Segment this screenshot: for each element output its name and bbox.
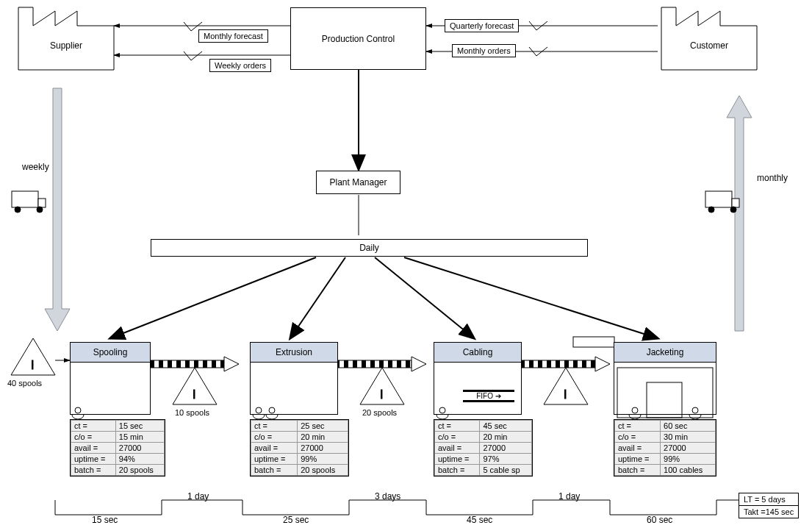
lt1: 1 day	[187, 491, 209, 502]
svg-rect-18	[338, 360, 412, 368]
svg-marker-21	[595, 357, 610, 371]
customer-label: Customer	[658, 40, 761, 51]
plant-manager-box: Plant Manager	[316, 171, 400, 194]
production-control-box: Production Control	[290, 7, 426, 70]
svg-marker-17	[224, 357, 239, 371]
production-control-label: Production Control	[322, 34, 395, 44]
summary-takt: Takt =145 sec	[739, 506, 798, 518]
svg-rect-32	[12, 191, 38, 207]
data-extrusion: ct =25 sec c/o =20 min avail =27000 upti…	[250, 419, 349, 477]
svg-line-10	[375, 257, 474, 338]
svg-point-38	[708, 207, 714, 213]
svg-rect-31	[573, 337, 614, 347]
plant-manager-label: Plant Manager	[329, 177, 387, 188]
data-spooling: ct =15 sec c/o =15 min avail =27000 upti…	[70, 419, 165, 477]
ct1: 15 sec	[92, 515, 118, 525]
monthly-forecast-label: Monthly forecast	[198, 29, 268, 43]
process-jacketing: Jacketing	[614, 342, 716, 415]
svg-text:I: I	[193, 388, 195, 401]
process-spooling: Spooling	[70, 342, 151, 415]
monthly-orders-label: Monthly orders	[452, 44, 516, 57]
inv-post-extrusion: 20 spools	[362, 408, 397, 417]
ct2: 25 sec	[283, 515, 309, 525]
ct3: 45 sec	[467, 515, 492, 525]
svg-rect-20	[522, 360, 595, 368]
process-jacketing-title: Jacketing	[614, 343, 716, 363]
svg-marker-19	[412, 357, 426, 371]
svg-point-34	[15, 207, 21, 213]
process-extrusion: Extrusion	[250, 342, 338, 415]
data-cabling: ct =45 sec c/o =20 min avail =27000 upti…	[434, 419, 533, 477]
process-spooling-title: Spooling	[71, 343, 150, 363]
summary-box: LT = 5 days Takt =145 sec	[739, 493, 799, 518]
svg-text:I: I	[564, 388, 567, 401]
lt3: 1 day	[558, 491, 580, 502]
svg-rect-16	[151, 360, 224, 368]
svg-point-39	[730, 207, 736, 213]
summary-lt: LT = 5 days	[739, 493, 798, 506]
process-cabling-title: Cabling	[434, 343, 521, 363]
weekly-orders-label: Weekly orders	[209, 59, 271, 72]
svg-line-11	[404, 257, 658, 338]
data-jacketing: ct =60 sec c/o =30 min avail =27000 upti…	[614, 419, 716, 477]
inv-post-spooling: 10 spools	[175, 408, 209, 417]
customer-shipment-freq: monthly	[757, 173, 788, 183]
process-cabling: Cabling	[434, 342, 522, 415]
lt2: 3 days	[375, 491, 400, 502]
quarterly-forecast-label: Quarterly forecast	[445, 19, 519, 32]
svg-rect-36	[705, 191, 732, 207]
supplier-label: Supplier	[15, 40, 118, 51]
daily-label: Daily	[359, 243, 379, 253]
daily-bar: Daily	[151, 239, 588, 257]
svg-rect-33	[38, 199, 46, 207]
supplier-shipment-freq: weekly	[22, 162, 49, 172]
svg-rect-37	[732, 199, 739, 207]
ct4: 60 sec	[647, 515, 672, 525]
svg-line-9	[290, 257, 345, 338]
svg-text:I: I	[380, 388, 383, 401]
svg-text:I: I	[31, 359, 34, 371]
svg-line-8	[110, 257, 316, 338]
inv-pre-spooling: 40 spools	[7, 379, 42, 388]
process-extrusion-title: Extrusion	[251, 343, 337, 363]
svg-point-35	[37, 207, 43, 213]
